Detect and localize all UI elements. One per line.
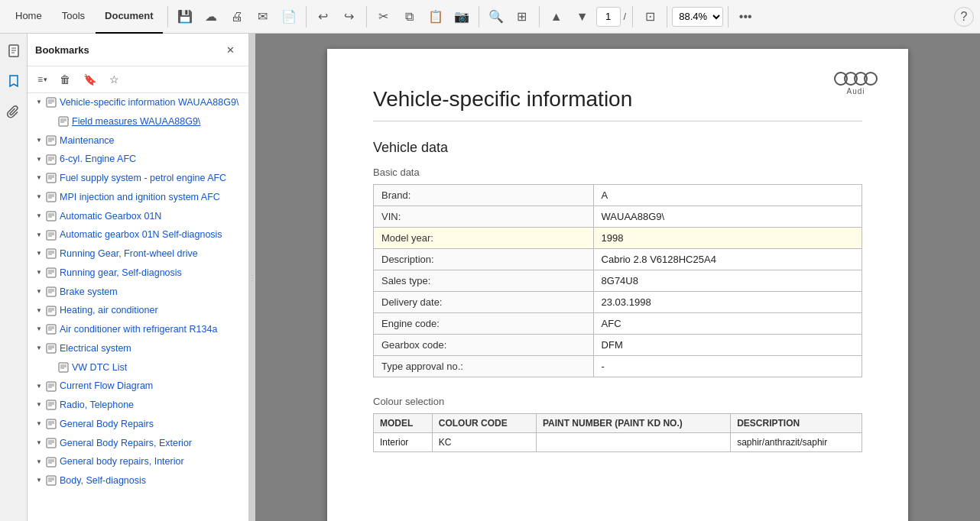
bookmark-item[interactable]: ▼Automatic Gearbox 01N: [28, 207, 248, 226]
bookmark-item[interactable]: VW DTC List: [28, 358, 248, 377]
bookmark-item[interactable]: ▼General Body Repairs, Exterior: [28, 434, 248, 453]
table-row: Engine code:AFC: [374, 313, 862, 335]
bookmark-item[interactable]: ▼Current Flow Diagram: [28, 377, 248, 396]
panel-splitter[interactable]: ⋮: [249, 34, 255, 521]
bookmark-item[interactable]: ▼Maintenance: [28, 131, 248, 150]
field-value: 8G74U8: [593, 270, 862, 292]
bookmark-item[interactable]: ▼6-cyl. Engine AFC: [28, 150, 248, 169]
bookmark-page-icon: [46, 381, 57, 392]
bookmark-page-icon: [46, 324, 57, 335]
mail-button[interactable]: ✉: [251, 5, 275, 29]
help-button[interactable]: ?: [954, 7, 974, 27]
expand-icon: ▼: [34, 324, 44, 335]
svg-rect-56: [47, 344, 56, 353]
print-button[interactable]: 🖨: [225, 5, 249, 29]
table-row: Sales type:8G74U8: [374, 270, 862, 292]
bookmark-item[interactable]: ▼Air conditioner with refrigerant R134a: [28, 320, 248, 339]
bookmark-item[interactable]: ▼MPI injection and ignition system AFC: [28, 188, 248, 207]
tab-tools[interactable]: Tools: [53, 0, 94, 34]
tab-document[interactable]: Document: [96, 0, 163, 34]
side-icon-panel: [0, 34, 28, 521]
bookmarks-menu-button[interactable]: ≡▾: [34, 70, 51, 89]
expand-icon: [46, 116, 57, 127]
save-button[interactable]: 💾: [173, 5, 197, 29]
bookmark-page-icon: [46, 306, 57, 316]
field-label: VIN:: [374, 206, 594, 228]
audi-brand-text: Audi: [834, 87, 878, 95]
page-up-button[interactable]: ▲: [544, 5, 569, 29]
bookmark-item[interactable]: ▼Automatic gearbox 01N Self-diagnosis: [28, 225, 248, 244]
field-value: 1998: [593, 228, 862, 249]
field-value: DFM: [593, 335, 862, 356]
undo-button[interactable]: ↩: [311, 5, 336, 29]
bookmark-page-icon: [46, 438, 57, 448]
bookmark-item[interactable]: ▼Heating, air conditioner: [28, 301, 248, 320]
expand-icon: ▼: [34, 192, 44, 202]
side-icon-attachments[interactable]: [3, 101, 24, 122]
bookmark-item[interactable]: ▼General Body Repairs: [28, 415, 248, 434]
copy-button[interactable]: ⧉: [398, 5, 422, 29]
bookmark-item[interactable]: ▼Vehicle-specific information WAUAA88G9\: [28, 93, 248, 112]
expand-icon: ▼: [34, 381, 44, 392]
bookmark-item[interactable]: ▼Fuel supply system - petrol engine AFC: [28, 169, 248, 188]
page-down-button[interactable]: ▼: [570, 5, 595, 29]
bookmarks-toolbar: ≡▾ 🗑 🔖 ☆: [28, 66, 248, 93]
camera-button[interactable]: 📷: [449, 5, 474, 29]
more-button[interactable]: •••: [733, 5, 758, 29]
upload-button[interactable]: ☁: [199, 5, 223, 29]
zoom-select[interactable]: 88.4% 100% 75% 50%: [672, 7, 723, 27]
redo-button[interactable]: ↪: [337, 5, 362, 29]
columns-button[interactable]: ⊞: [510, 5, 534, 29]
bookmark-item[interactable]: ▼Electrical system: [28, 339, 248, 358]
fit-page-button[interactable]: ⊡: [638, 5, 662, 29]
svg-rect-40: [47, 268, 56, 277]
bookmark-item[interactable]: ▼Body, Self-diagnosis: [28, 471, 248, 490]
export-button[interactable]: 📄: [277, 5, 301, 29]
table-row: VIN:WAUAA88G9\: [374, 206, 862, 228]
colour-table-header: COLOUR CODE: [432, 414, 536, 433]
bookmark-item[interactable]: ▼General body repairs, Interior: [28, 452, 248, 471]
page-number-input[interactable]: [596, 7, 621, 27]
bookmark-item[interactable]: Field measures WAUAA88G9\: [28, 112, 248, 131]
bookmarks-delete-button[interactable]: 🗑: [54, 70, 76, 89]
colour-table-header: PAINT NUMBER (PAINT KD NO.): [536, 414, 730, 433]
tab-home[interactable]: Home: [6, 0, 51, 34]
search-button[interactable]: 🔍: [484, 5, 508, 29]
bookmark-label: Electrical system: [60, 341, 131, 356]
bookmark-label: Vehicle-specific information WAUAA88G9\: [60, 95, 239, 110]
bookmark-item[interactable]: ▼Brake system: [28, 283, 248, 302]
bookmarks-add-button[interactable]: 🔖: [79, 70, 100, 89]
colour-table-cell: Interior: [374, 433, 433, 452]
bookmark-page-icon: [46, 230, 57, 241]
bookmark-page-icon: [46, 154, 57, 165]
cut-button[interactable]: ✂: [372, 5, 396, 29]
main-layout: Bookmarks ✕ ≡▾ 🗑 🔖 ☆ ▼Vehicle-specific i…: [0, 34, 980, 521]
vehicle-data-section-title: Vehicle data: [373, 140, 862, 156]
bookmark-page-icon: [46, 135, 57, 146]
bookmarks-close-button[interactable]: ✕: [219, 40, 241, 60]
field-label: Engine code:: [374, 313, 594, 335]
bookmarks-tag-button[interactable]: ☆: [103, 70, 125, 89]
bookmark-label: Body, Self-diagnosis: [60, 474, 146, 488]
bookmark-label: Field measures WAUAA88G9\: [72, 115, 200, 129]
bookmark-item[interactable]: ▼Running Gear, Front-wheel drive: [28, 244, 248, 264]
side-icon-bookmarks[interactable]: [3, 70, 24, 92]
expand-icon: [46, 362, 57, 373]
toolbar: Home Tools Document 💾 ☁ 🖨 ✉ 📄 ↩ ↪ ✂ ⧉ 📋 …: [0, 0, 980, 34]
paste-button[interactable]: 📋: [423, 5, 448, 29]
svg-rect-84: [47, 476, 56, 485]
content-area[interactable]: Audi Vehicle-specific information Vehicl…: [255, 34, 980, 521]
bookmark-page-icon: [46, 173, 57, 183]
bookmark-page-icon: [46, 97, 57, 108]
toolbar-separator-8: [728, 6, 729, 28]
side-icon-pages[interactable]: [3, 40, 24, 61]
pdf-page: Audi Vehicle-specific information Vehicl…: [327, 49, 908, 521]
bookmarks-list[interactable]: ▼Vehicle-specific information WAUAA88G9\…: [28, 93, 248, 521]
bookmark-item[interactable]: ▼Running gear, Self-diagnosis: [28, 264, 248, 283]
bookmark-item[interactable]: ▼Radio, Telephone: [28, 396, 248, 415]
svg-rect-76: [47, 438, 56, 448]
toolbar-separator-2: [306, 6, 307, 28]
expand-icon: ▼: [34, 97, 44, 108]
expand-icon: ▼: [34, 400, 44, 410]
bookmarks-header: Bookmarks ✕: [28, 34, 248, 66]
